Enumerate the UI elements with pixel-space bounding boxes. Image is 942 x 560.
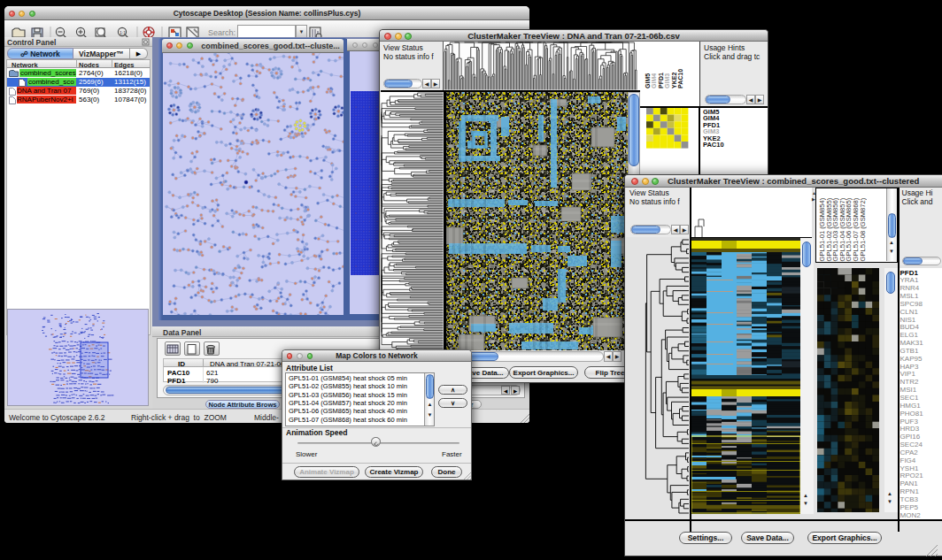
svg-text:Search:: Search: <box>208 28 236 37</box>
svg-text:1:1: 1:1 <box>120 30 126 35</box>
